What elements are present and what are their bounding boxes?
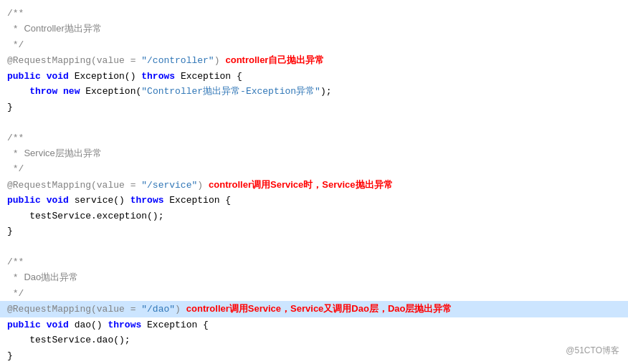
normal-7 bbox=[41, 193, 47, 208]
keyword-new-1: new bbox=[63, 84, 80, 99]
comment-body-1b: Controller抛出异常 bbox=[24, 21, 101, 36]
comment-body-2a: * bbox=[7, 146, 24, 161]
normal-6: ); bbox=[320, 84, 332, 99]
code-line-7: } bbox=[0, 100, 628, 115]
normal-2: Exception() bbox=[69, 69, 141, 84]
comment-open-2: /** bbox=[7, 130, 24, 145]
code-line-18: * Dao抛出异常 bbox=[0, 269, 628, 285]
code-line-12: @RequestMapping(value = "/service") cont… bbox=[0, 177, 628, 193]
code-line-11: */ bbox=[0, 161, 628, 176]
code-line-17: /** bbox=[0, 254, 628, 269]
annotation-1: @RequestMapping(value = bbox=[7, 53, 141, 68]
keyword-public-1: public bbox=[7, 69, 41, 84]
code-line-10: * Service层抛出异常 bbox=[0, 145, 628, 161]
normal-3: Exception { bbox=[175, 69, 242, 84]
service-call-2: testService.dao(); bbox=[7, 332, 130, 348]
comment-close-2: */ bbox=[7, 161, 24, 176]
code-container: /** * Controller抛出异常 */ @RequestMapping(… bbox=[0, 0, 628, 364]
keyword-void-2: void bbox=[47, 193, 69, 208]
code-line-4: @RequestMapping(value = "/controller") c… bbox=[0, 52, 628, 68]
code-line-22: testService.dao(); bbox=[0, 332, 628, 348]
normal-9: Exception { bbox=[163, 193, 231, 208]
code-line-5: public void Exception() throws Exception… bbox=[0, 69, 628, 84]
indent-1 bbox=[7, 84, 29, 99]
comment-close-1: */ bbox=[7, 37, 24, 52]
annotation-3b: ) bbox=[175, 302, 181, 317]
keyword-public-3: public bbox=[7, 317, 41, 332]
comment-body-3b: Dao抛出异常 bbox=[24, 269, 78, 284]
code-line-9: /** bbox=[0, 130, 628, 145]
brace-close-3: } bbox=[7, 348, 13, 363]
keyword-void-3: void bbox=[47, 317, 69, 332]
normal-12: Exception { bbox=[141, 317, 209, 332]
keyword-throws-2: throws bbox=[130, 193, 164, 208]
brace-close-1: } bbox=[7, 100, 13, 115]
empty-1 bbox=[7, 115, 13, 130]
string-2: "/service" bbox=[141, 178, 197, 193]
normal-1 bbox=[41, 69, 47, 84]
comment-body-2b: Service层抛出异常 bbox=[24, 145, 101, 161]
normal-11: dao() bbox=[69, 317, 108, 332]
code-line-15: } bbox=[0, 224, 628, 239]
annotation-1b: ) bbox=[214, 53, 220, 68]
keyword-public-2: public bbox=[7, 193, 41, 208]
code-line-13: public void service() throws Exception { bbox=[0, 193, 628, 208]
code-line-23: } bbox=[0, 348, 628, 363]
red-comment-3: controller调用Service，Service又调用Dao层，Dao层抛… bbox=[186, 301, 452, 316]
normal-10 bbox=[41, 317, 47, 332]
comment-open-3: /** bbox=[7, 254, 24, 269]
code-line-3: */ bbox=[0, 37, 628, 52]
normal-8: service() bbox=[69, 193, 130, 208]
brace-close-2: } bbox=[7, 224, 13, 239]
code-line-20: @RequestMapping(value = "/dao") controll… bbox=[0, 301, 628, 317]
comment-body-3a: * bbox=[7, 270, 24, 285]
keyword-void-1: void bbox=[47, 69, 69, 84]
empty-2 bbox=[7, 239, 13, 254]
string-1: "/controller" bbox=[141, 53, 214, 68]
comment-close-3: */ bbox=[7, 286, 24, 301]
code-line-14: testService.exception(); bbox=[0, 209, 628, 224]
keyword-throws-1: throws bbox=[141, 69, 175, 84]
annotation-3: @RequestMapping(value = bbox=[7, 302, 141, 317]
string-throw-1: "Controller抛出异常-Exception异常" bbox=[141, 84, 320, 99]
comment-open: /** bbox=[7, 6, 24, 21]
code-line-1: /** bbox=[0, 6, 628, 21]
normal-5: Exception( bbox=[80, 84, 141, 99]
string-3: "/dao" bbox=[141, 302, 175, 317]
watermark: @51CTO博客 bbox=[566, 344, 619, 358]
keyword-throws-3: throws bbox=[108, 317, 141, 332]
red-comment-2: controller调用Service时，Service抛出异常 bbox=[209, 177, 392, 192]
service-call-1: testService.exception(); bbox=[7, 209, 163, 224]
red-comment-1: controller自己抛出异常 bbox=[225, 52, 324, 67]
code-line-21: public void dao() throws Exception { bbox=[0, 317, 628, 332]
annotation-2b: ) bbox=[197, 178, 203, 193]
code-line-16 bbox=[0, 239, 628, 254]
normal-4 bbox=[57, 84, 63, 99]
code-line-19: */ bbox=[0, 286, 628, 301]
comment-body-1a: * bbox=[7, 21, 24, 37]
code-line-6: throw new Exception("Controller抛出异常-Exce… bbox=[0, 84, 628, 99]
keyword-throw-1: throw bbox=[29, 84, 57, 99]
code-line-8 bbox=[0, 115, 628, 130]
code-line-2: * Controller抛出异常 bbox=[0, 21, 628, 37]
annotation-2: @RequestMapping(value = bbox=[7, 178, 141, 193]
